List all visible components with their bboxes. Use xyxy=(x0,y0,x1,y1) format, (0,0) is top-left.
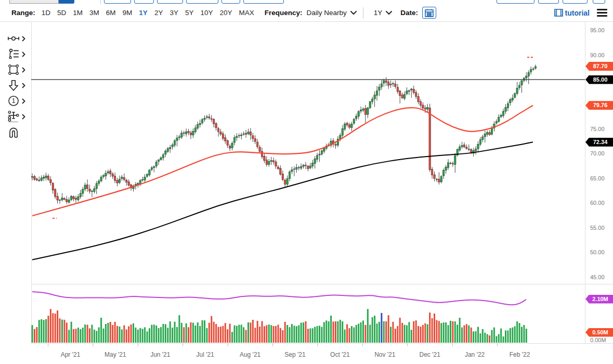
price-tick-label: 90.00 xyxy=(590,52,605,58)
volume-tick-label: 0.00M xyxy=(590,337,606,343)
month-label: Apr '21 xyxy=(61,351,81,358)
price-tick-label: 95.00 xyxy=(590,27,605,33)
price-tick-label: 55.00 xyxy=(590,225,605,231)
month-label: May '21 xyxy=(105,351,126,358)
price-tick-label: 60.00 xyxy=(590,200,605,206)
price-axis: 95.0090.0075.0070.0065.0060.0055.0050.00… xyxy=(590,27,606,343)
month-label: Jul '21 xyxy=(197,351,215,358)
month-label: Sep '21 xyxy=(284,351,306,358)
price-tick-label: 50.00 xyxy=(590,249,605,255)
ma-short-line xyxy=(32,106,533,216)
x-axis: Apr '21May '21Jun '21Jul '21Aug '21Sep '… xyxy=(48,343,530,358)
candle-wicks xyxy=(32,64,536,204)
price-volume-chart[interactable]: Apr '21May '21Jun '21Jul '21Aug '21Sep '… xyxy=(0,0,613,364)
price-tick-label: 45.00 xyxy=(590,274,605,280)
candles xyxy=(31,67,536,202)
month-label: Dec '21 xyxy=(420,351,441,358)
chart-area[interactable]: Apr '21May '21Jun '21Jul '21Aug '21Sep '… xyxy=(0,0,613,364)
volume-bars xyxy=(32,309,527,343)
month-label: Oct '21 xyxy=(330,351,350,358)
price-tick-label: 75.00 xyxy=(590,126,605,132)
price-tick-label: 70.00 xyxy=(590,150,605,157)
month-label: Aug '21 xyxy=(240,351,261,358)
barchart-interactive-chart-app: Range: 1D5D1M3M6M9M1Y2Y3Y5Y10Y20YMAX Fre… xyxy=(0,0,613,364)
chart-borders xyxy=(0,21,613,343)
month-label: Jun '21 xyxy=(150,351,171,358)
ma-long-line xyxy=(32,142,533,259)
month-label: Nov '21 xyxy=(374,351,396,358)
price-tick-label: 65.00 xyxy=(590,175,605,181)
volume-ma-line xyxy=(32,292,526,305)
month-label: Jan '22 xyxy=(465,351,485,358)
month-label: Feb '22 xyxy=(510,351,530,358)
